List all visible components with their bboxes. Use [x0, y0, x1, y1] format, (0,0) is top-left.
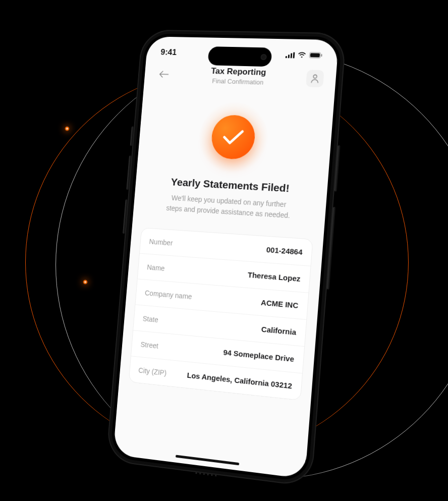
user-icon	[311, 73, 319, 83]
success-badge	[197, 101, 270, 174]
details-card: Number 001-24864 Name Theresa Lopez Comp…	[129, 227, 313, 400]
detail-value: Theresa Lopez	[247, 270, 301, 283]
status-time: 9:41	[160, 47, 177, 57]
phone-mockup: 9:41 T	[106, 29, 347, 487]
detail-label: State	[142, 314, 158, 323]
profile-button[interactable]	[306, 69, 324, 87]
detail-label: Street	[140, 340, 158, 350]
phone-screen: 9:41 T	[113, 36, 339, 479]
detail-value: Los Angeles, California 03212	[187, 370, 292, 390]
detail-value: ACME INC	[261, 298, 299, 309]
detail-label: Name	[147, 262, 165, 271]
success-title: Yearly Statements Filed!	[152, 175, 309, 195]
svg-rect-1	[310, 53, 320, 57]
front-camera-icon	[260, 54, 267, 60]
checkmark-icon	[222, 128, 245, 146]
success-section: Yearly Statements Filed! We'll keep you …	[133, 86, 334, 231]
detail-value: 001-24864	[266, 245, 303, 256]
detail-value: 94 Someplace Drive	[223, 348, 295, 363]
detail-label: Number	[149, 237, 173, 247]
success-description: We'll keep you updated on any further st…	[164, 192, 293, 221]
cell-signal-icon	[286, 52, 295, 58]
battery-icon	[309, 50, 323, 61]
svg-point-3	[313, 74, 317, 78]
home-indicator[interactable]	[176, 455, 239, 465]
dynamic-island	[207, 46, 272, 67]
back-button[interactable]	[155, 65, 173, 82]
detail-label: Company name	[145, 288, 192, 300]
detail-label: City (ZIP)	[138, 366, 167, 377]
wifi-icon	[297, 50, 306, 60]
detail-value: California	[261, 324, 296, 337]
back-arrow-icon	[159, 70, 169, 77]
svg-rect-2	[321, 54, 322, 57]
